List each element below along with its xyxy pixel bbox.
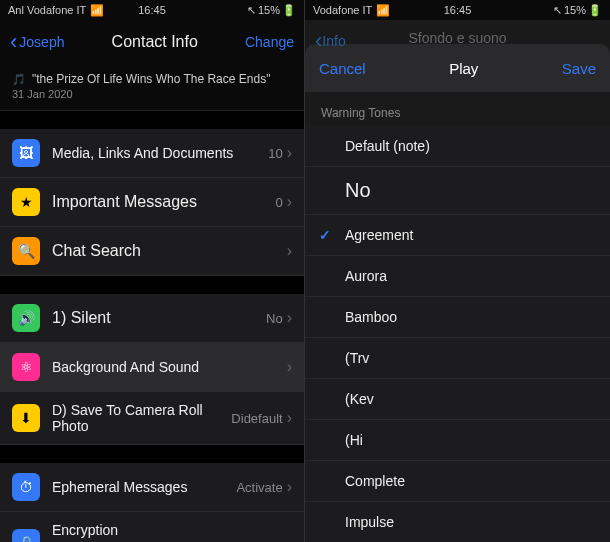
status-quote: "the Prize Of Life Wins Who The Race End… [32, 72, 270, 86]
chevron-right-icon [287, 358, 292, 376]
tone-row[interactable]: Impulse [305, 502, 610, 542]
silent-row[interactable]: 🔊 1) Silent No [0, 294, 304, 343]
media-icon: 🖼 [12, 139, 40, 167]
battery-percent: 15% [564, 4, 586, 16]
chevron-right-icon [287, 478, 292, 496]
chevron-right-icon [287, 309, 292, 327]
background-label: Background And Sound [52, 359, 287, 375]
ephemeral-value: Activate [236, 480, 282, 495]
status-date: 31 Jan 2020 [12, 88, 292, 100]
star-icon: ★ [12, 188, 40, 216]
chevron-right-icon [287, 144, 292, 162]
battery-icon: 🔋 [588, 4, 602, 17]
timer-icon: ⏱ [12, 473, 40, 501]
sound-icon: 🔊 [12, 304, 40, 332]
tone-label: Complete [345, 473, 405, 489]
sound-picker-screen: Vodafone IT 📶 16:45 ↖15%🔋 Info Sfondo e … [305, 0, 610, 542]
battery-percent: 15% [258, 4, 280, 16]
clock: 16:45 [138, 4, 166, 16]
back-button-faded: Info [315, 30, 346, 52]
music-note-icon [12, 72, 26, 86]
chevron-right-icon [287, 193, 292, 211]
tone-list: Default (note)NoAgreementAuroraBamboo(Tr… [305, 126, 610, 542]
atom-icon: ⚛ [12, 353, 40, 381]
cancel-button[interactable]: Cancel [319, 60, 366, 77]
save-camera-value: Didefault [231, 411, 282, 426]
chevron-left-icon [10, 31, 17, 53]
page-title: Contact Info [112, 33, 198, 51]
section-title: Warning Tones [305, 92, 610, 126]
location-icon: ↖ [247, 4, 256, 17]
section-gap [0, 445, 304, 463]
important-label: Important Messages [52, 193, 275, 211]
background-sound-row[interactable]: ⚛ Background And Sound [0, 343, 304, 392]
ephemeral-label: Ephemeral Messages [52, 479, 236, 495]
tone-row[interactable]: Agreement [305, 215, 610, 256]
carrier-label: Anl Vodafone IT [8, 4, 86, 16]
silent-label: 1) Silent [52, 309, 266, 327]
tone-label: Agreement [345, 227, 413, 243]
tone-label: Bamboo [345, 309, 397, 325]
tone-row[interactable]: Complete [305, 461, 610, 502]
location-icon: ↖ [553, 4, 562, 17]
back-button[interactable]: Joseph [10, 31, 64, 53]
tone-row[interactable]: (Hi [305, 420, 610, 461]
tone-label: Default (note) [345, 138, 430, 154]
save-button[interactable]: Save [562, 60, 596, 77]
nav-bar: Joseph Contact Info Change [0, 20, 304, 64]
back-label: Joseph [19, 34, 64, 50]
encryption-row[interactable]: 🔒 Encryption Calls And Messages Are End-… [0, 512, 304, 542]
tone-label: (Hi [345, 432, 363, 448]
contact-info-screen: Anl Vodafone IT 📶 16:45 ↖15%🔋 Joseph Con… [0, 0, 305, 542]
status-bar: Anl Vodafone IT 📶 16:45 ↖15%🔋 [0, 0, 304, 20]
tone-label: No [345, 179, 371, 202]
modal-title: Play [449, 60, 478, 77]
tone-row[interactable]: (Kev [305, 379, 610, 420]
status-bar: Vodafone IT 📶 16:45 ↖15%🔋 [305, 0, 610, 20]
chat-search-label: Chat Search [52, 242, 287, 260]
battery-icon: 🔋 [282, 4, 296, 17]
tone-row[interactable]: Bamboo [305, 297, 610, 338]
change-button[interactable]: Change [245, 34, 294, 50]
tone-row[interactable]: (Trv [305, 338, 610, 379]
wifi-icon: 📶 [376, 4, 390, 17]
save-camera-label: D) Save To Camera Roll Photo [52, 402, 231, 434]
chat-search-row[interactable]: 🔍 Chat Search [0, 227, 304, 276]
section-gap [0, 111, 304, 129]
tone-row[interactable]: Default (note) [305, 126, 610, 167]
tone-label: Aurora [345, 268, 387, 284]
media-label: Media, Links And Documents [52, 145, 268, 161]
chevron-right-icon [287, 409, 292, 427]
tone-row[interactable]: Aurora [305, 256, 610, 297]
media-count: 10 [268, 146, 282, 161]
media-links-row[interactable]: 🖼 Media, Links And Documents 10 [0, 129, 304, 178]
section-gap [0, 276, 304, 294]
clock: 16:45 [444, 4, 472, 16]
save-camera-row[interactable]: ⬇ D) Save To Camera Roll Photo Didefault [0, 392, 304, 445]
encryption-label: Encryption [52, 522, 292, 538]
tone-label: Impulse [345, 514, 394, 530]
important-count: 0 [275, 195, 282, 210]
modal-header: Cancel Play Save [305, 44, 610, 92]
contact-header: "the Prize Of Life Wins Who The Race End… [0, 64, 304, 111]
ephemeral-row[interactable]: ⏱ Ephemeral Messages Activate [0, 463, 304, 512]
wifi-icon: 📶 [90, 4, 104, 17]
lock-icon: 🔒 [12, 529, 40, 542]
tone-label: (Kev [345, 391, 374, 407]
download-icon: ⬇ [12, 404, 40, 432]
back-faded-label: Info [322, 33, 345, 49]
tone-row[interactable]: No [305, 167, 610, 215]
chevron-left-icon [315, 30, 322, 52]
search-icon: 🔍 [12, 237, 40, 265]
important-messages-row[interactable]: ★ Important Messages 0 [0, 178, 304, 227]
chevron-right-icon [287, 242, 292, 260]
carrier-label: Vodafone IT [313, 4, 372, 16]
tone-label: (Trv [345, 350, 369, 366]
silent-value: No [266, 311, 283, 326]
